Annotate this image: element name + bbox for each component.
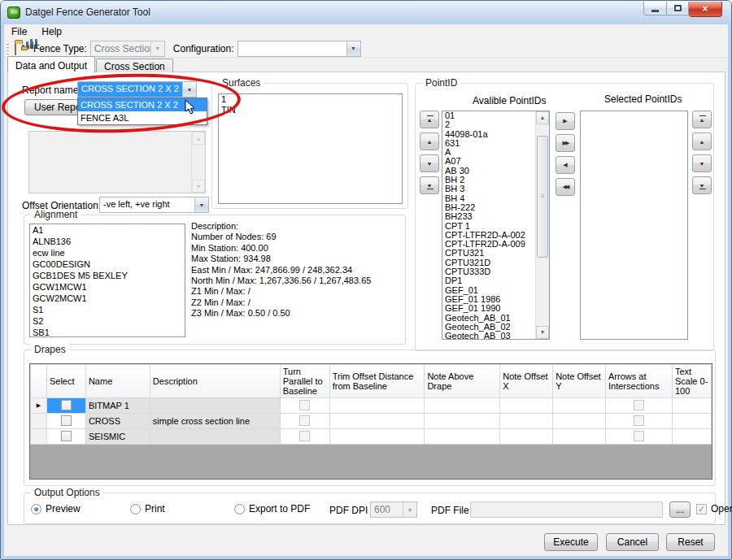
grid-cell-arrows[interactable]	[606, 429, 673, 445]
configuration-combo[interactable]: ▼	[237, 41, 361, 57]
available-items[interactable]: 01244098-01a631AA07AB 30BH 2BH 3BH 4BH-2…	[442, 111, 535, 340]
move-all-right-button[interactable]: ▶▶	[556, 134, 575, 152]
move-right-button[interactable]: ▶	[556, 112, 575, 130]
select-checkbox[interactable]	[61, 415, 72, 426]
grid-row-header[interactable]	[31, 414, 47, 429]
move-up-button[interactable]: ▲	[420, 132, 439, 150]
grid-cell-select[interactable]	[46, 429, 85, 445]
grid-cell-note-above[interactable]	[425, 429, 500, 445]
move-down-button[interactable]: ▼	[692, 154, 712, 172]
list-item[interactable]: S2	[30, 315, 185, 327]
grid-cell-name[interactable]: CROSS	[85, 414, 150, 429]
grid-cell-name[interactable]: SEISMIC	[85, 429, 150, 445]
close-button[interactable]: ×	[689, 2, 722, 17]
list-item[interactable]: GEF_01 1990	[442, 304, 535, 313]
grid-cell-note-offset-x[interactable]	[500, 414, 553, 429]
list-item[interactable]: TIN	[219, 105, 402, 115]
grid-cell-text-scale[interactable]	[672, 414, 711, 429]
move-down-button[interactable]: ▼	[420, 154, 439, 172]
grid-cell-note-offset-y[interactable]	[553, 429, 606, 445]
list-item[interactable]: DP1	[442, 276, 535, 285]
grid-cell-name[interactable]: BITMAP 1	[85, 398, 150, 414]
export-pdf-radio[interactable]: Export to PDF	[234, 503, 310, 514]
execute-button[interactable]: Execute	[544, 533, 598, 551]
print-radio[interactable]: Print	[130, 503, 165, 514]
grid-cell-note-offset-y[interactable]	[553, 414, 606, 429]
available-pointids-listbox[interactable]: 01244098-01a631AA07AB 30BH 2BH 3BH 4BH-2…	[442, 111, 550, 340]
open-icon[interactable]	[15, 43, 16, 54]
move-last-button[interactable]: ▼	[692, 176, 712, 194]
grid-row-header[interactable]	[31, 429, 47, 445]
grid-cell-trim-offset[interactable]	[329, 429, 425, 445]
grid-column-header[interactable]: Note Offset X	[500, 365, 553, 398]
list-item[interactable]: A1	[30, 224, 185, 236]
grid-cell-description[interactable]	[150, 429, 280, 445]
toolbar-grip[interactable]	[7, 43, 9, 54]
select-checkbox[interactable]	[61, 400, 72, 410]
list-item[interactable]: GCW1MCW1	[30, 281, 185, 293]
list-item[interactable]: 1	[219, 94, 402, 105]
move-up-button[interactable]: ▲	[692, 132, 712, 150]
alignment-listbox[interactable]: A1ALNB136ecw lineGC00DESIGNGCB1DES M5 BE…	[29, 224, 185, 337]
select-checkbox[interactable]	[61, 431, 72, 441]
grid-cell-note-above[interactable]	[425, 414, 500, 429]
chevron-down-icon[interactable]: ▼	[194, 198, 208, 212]
list-item[interactable]: SB1	[30, 327, 185, 337]
tab-data-and-output[interactable]: Data and Output	[7, 56, 95, 72]
titlebar[interactable]: Datgel Fence Generator Tool ×	[1, 1, 731, 24]
chevron-down-icon[interactable]: ▼	[346, 41, 360, 56]
grid-cell-arrows[interactable]	[606, 414, 673, 429]
grid-corner-header[interactable]	[31, 365, 47, 398]
grid-column-header[interactable]: Name	[85, 365, 150, 398]
open-checkbox[interactable]: ✓ Open	[696, 503, 732, 514]
list-item[interactable]: BH 3	[442, 184, 535, 193]
dropdown-option[interactable]: CROSS SECTION 2 X 2	[78, 98, 207, 111]
grid-cell-turn-parallel[interactable]	[280, 398, 329, 414]
grid-cell-description[interactable]: simple cross section line	[150, 414, 280, 429]
grid-column-header[interactable]: Turn Parallel to Baseline	[280, 365, 329, 398]
move-all-left-button[interactable]: ◀◀	[556, 178, 575, 196]
list-item[interactable]: S1	[30, 304, 185, 315]
cancel-button[interactable]: Cancel	[606, 533, 659, 551]
grid-cell-description[interactable]	[150, 398, 280, 414]
grid-cell-turn-parallel[interactable]	[280, 414, 329, 429]
grid-column-header[interactable]: Trim Offset Distance from Baseline	[329, 365, 425, 398]
list-item[interactable]: ALNB136	[30, 236, 185, 247]
grid-cell-note-offset-x[interactable]	[500, 398, 553, 414]
surfaces-listbox[interactable]: 1TIN	[218, 93, 403, 204]
grid-row-header[interactable]: ▶	[31, 398, 47, 414]
grid-cell-turn-parallel[interactable]	[280, 429, 329, 445]
list-item[interactable]: 2	[442, 120, 535, 129]
list-item[interactable]: ecw line	[30, 247, 185, 258]
grid-column-header[interactable]: Arrows at Intersections	[606, 365, 673, 398]
grid-cell-text-scale[interactable]	[672, 429, 711, 445]
reset-button[interactable]: Reset	[666, 533, 715, 551]
grid-column-header[interactable]: Text Scale 0-100	[672, 365, 711, 398]
grid-cell-note-above[interactable]	[425, 398, 500, 414]
move-first-button[interactable]: ▲	[692, 111, 712, 128]
scrollbar-thumb[interactable]: ≡	[537, 136, 548, 258]
maximize-button[interactable]	[667, 2, 689, 15]
scroll-up-icon[interactable]: ▲	[536, 111, 549, 124]
grid-cell-trim-offset[interactable]	[329, 414, 425, 429]
tab-cross-section[interactable]: Cross Section	[96, 59, 173, 72]
move-last-button[interactable]: ▼	[420, 176, 439, 194]
grid-column-header[interactable]: Note Offset Y	[553, 365, 606, 398]
minimize-button[interactable]	[643, 2, 667, 15]
menu-help[interactable]: Help	[34, 24, 69, 40]
drapes-grid[interactable]: SelectNameDescriptionTurn Parallel to Ba…	[29, 363, 712, 480]
list-item[interactable]: GC00DESIGN	[30, 258, 185, 270]
list-item[interactable]: GCW2MCW1	[30, 293, 185, 304]
dropdown-option[interactable]: FENCE A3L	[78, 111, 207, 124]
grid-cell-note-offset-y[interactable]	[553, 398, 606, 414]
list-item[interactable]: 631	[442, 139, 535, 148]
chevron-down-icon[interactable]: ▼	[182, 82, 196, 97]
move-left-button[interactable]: ◀	[556, 156, 575, 174]
grid-cell-arrows[interactable]	[606, 398, 673, 414]
available-scrollbar[interactable]: ▲ ≡ ▼	[535, 111, 549, 339]
grid-cell-text-scale[interactable]	[672, 398, 711, 414]
list-item[interactable]: Geotech_AB_03	[442, 332, 535, 340]
grid-cell-note-offset-x[interactable]	[500, 429, 553, 445]
grid-column-header[interactable]: Select	[46, 365, 85, 398]
grid-column-header[interactable]: Description	[150, 365, 280, 398]
